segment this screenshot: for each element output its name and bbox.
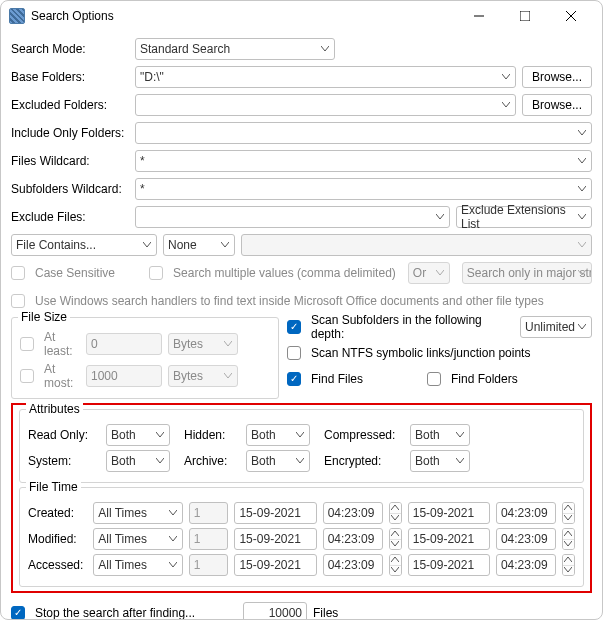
accessed-to-date[interactable]: 15-09-2021 bbox=[408, 554, 490, 576]
archive-select[interactable]: Both bbox=[246, 450, 310, 472]
scan-subfolders-label: Scan Subfolders in the following depth: bbox=[311, 313, 514, 341]
modified-to-spinner[interactable] bbox=[562, 528, 575, 550]
minimize-button[interactable] bbox=[456, 1, 502, 31]
at-least-unit-select[interactable]: Bytes bbox=[168, 333, 238, 355]
chevron-down-icon bbox=[221, 242, 229, 248]
created-label: Created: bbox=[28, 506, 87, 520]
chevron-down-icon bbox=[156, 432, 164, 438]
read-only-select[interactable]: Both bbox=[106, 424, 170, 446]
subfolders-wildcard-label: Subfolders Wildcard: bbox=[11, 182, 129, 196]
find-files-label: Find Files bbox=[311, 372, 421, 386]
titlebar: Search Options bbox=[1, 1, 602, 31]
chevron-down-icon bbox=[436, 214, 444, 220]
search-mode-select[interactable]: Standard Search bbox=[135, 38, 335, 60]
and-or-select[interactable]: Or bbox=[408, 262, 450, 284]
hidden-select[interactable]: Both bbox=[246, 424, 310, 446]
at-least-checkbox[interactable] bbox=[20, 337, 34, 351]
accessed-from-spinner[interactable] bbox=[389, 554, 402, 576]
modified-n-input[interactable]: 1 bbox=[189, 528, 229, 550]
chevron-down-icon bbox=[502, 102, 510, 108]
modified-from-spinner[interactable] bbox=[389, 528, 402, 550]
browse-base-button[interactable]: Browse... bbox=[522, 66, 592, 88]
window-title: Search Options bbox=[31, 9, 456, 23]
stop-after-checkbox[interactable] bbox=[11, 606, 25, 620]
created-from-spinner[interactable] bbox=[389, 502, 402, 524]
find-files-checkbox[interactable] bbox=[287, 372, 301, 386]
chevron-down-icon bbox=[578, 186, 586, 192]
case-sensitive-label: Case Sensitive bbox=[35, 266, 115, 280]
depth-select[interactable]: Unlimited bbox=[520, 316, 592, 338]
chevron-down-icon bbox=[456, 432, 464, 438]
file-contains-text-input[interactable] bbox=[241, 234, 592, 256]
chevron-down-icon bbox=[578, 242, 586, 248]
close-button[interactable] bbox=[548, 1, 594, 31]
modified-to-time[interactable]: 04:23:09 bbox=[496, 528, 556, 550]
excluded-folders-input[interactable] bbox=[135, 94, 516, 116]
case-sensitive-checkbox[interactable] bbox=[11, 266, 25, 280]
file-size-legend: File Size bbox=[18, 310, 70, 324]
at-most-input[interactable]: 1000 bbox=[86, 365, 162, 387]
highlight-box: Attributes Read Only: Both Hidden: Both … bbox=[11, 403, 592, 593]
modified-from-date[interactable]: 15-09-2021 bbox=[234, 528, 316, 550]
include-only-input[interactable] bbox=[135, 122, 592, 144]
encrypted-select[interactable]: Both bbox=[410, 450, 470, 472]
browse-excluded-button[interactable]: Browse... bbox=[522, 94, 592, 116]
find-folders-label: Find Folders bbox=[451, 372, 518, 386]
chevron-down-icon bbox=[578, 130, 586, 136]
created-from-date[interactable]: 15-09-2021 bbox=[234, 502, 316, 524]
exclude-files-input[interactable] bbox=[135, 206, 450, 228]
chevron-down-icon bbox=[578, 324, 586, 330]
at-most-unit-select[interactable]: Bytes bbox=[168, 365, 238, 387]
chevron-down-icon bbox=[296, 432, 304, 438]
files-wildcard-input[interactable]: * bbox=[135, 150, 592, 172]
base-folders-label: Base Folders: bbox=[11, 70, 129, 84]
multi-values-checkbox[interactable] bbox=[149, 266, 163, 280]
file-contains-mode-select[interactable]: None bbox=[163, 234, 235, 256]
at-least-label: At least: bbox=[44, 330, 80, 358]
include-only-label: Include Only Folders: bbox=[11, 126, 129, 140]
accessed-to-spinner[interactable] bbox=[562, 554, 575, 576]
accessed-from-date[interactable]: 15-09-2021 bbox=[234, 554, 316, 576]
created-mode-select[interactable]: All Times bbox=[93, 502, 183, 524]
chevron-down-icon bbox=[321, 46, 329, 52]
created-from-time[interactable]: 04:23:09 bbox=[323, 502, 383, 524]
modified-to-date[interactable]: 15-09-2021 bbox=[408, 528, 490, 550]
at-least-input[interactable]: 0 bbox=[86, 333, 162, 355]
created-to-time[interactable]: 04:23:09 bbox=[496, 502, 556, 524]
created-to-date[interactable]: 15-09-2021 bbox=[408, 502, 490, 524]
chevron-down-icon bbox=[143, 242, 151, 248]
created-n-input[interactable]: 1 bbox=[189, 502, 229, 524]
exclude-files-label: Exclude Files: bbox=[11, 210, 129, 224]
accessed-n-input[interactable]: 1 bbox=[189, 554, 229, 576]
scan-subfolders-checkbox[interactable] bbox=[287, 320, 301, 334]
system-label: System: bbox=[28, 454, 100, 468]
modified-mode-select[interactable]: All Times bbox=[93, 528, 183, 550]
subfolders-wildcard-input[interactable]: * bbox=[135, 178, 592, 200]
maximize-button[interactable] bbox=[502, 1, 548, 31]
compressed-select[interactable]: Both bbox=[410, 424, 470, 446]
system-select[interactable]: Both bbox=[106, 450, 170, 472]
base-folders-input[interactable]: "D:\" bbox=[135, 66, 516, 88]
chevron-down-icon bbox=[296, 458, 304, 464]
accessed-from-time[interactable]: 04:23:09 bbox=[323, 554, 383, 576]
chevron-down-icon bbox=[224, 341, 232, 347]
accessed-to-time[interactable]: 04:23:09 bbox=[496, 554, 556, 576]
hidden-label: Hidden: bbox=[184, 428, 240, 442]
chevron-down-icon bbox=[436, 270, 444, 276]
chevron-down-icon bbox=[456, 458, 464, 464]
major-streams-select[interactable]: Search only in major strea bbox=[462, 262, 592, 284]
chevron-down-icon bbox=[169, 536, 177, 542]
at-most-label: At most: bbox=[44, 362, 80, 390]
win-handlers-checkbox[interactable] bbox=[11, 294, 25, 308]
find-folders-checkbox[interactable] bbox=[427, 372, 441, 386]
modified-from-time[interactable]: 04:23:09 bbox=[323, 528, 383, 550]
file-contains-value: File Contains... bbox=[16, 238, 96, 252]
file-contains-select[interactable]: File Contains... bbox=[11, 234, 157, 256]
created-to-spinner[interactable] bbox=[562, 502, 575, 524]
exclude-type-select[interactable]: Exclude Extensions List bbox=[456, 206, 592, 228]
stop-after-input[interactable]: 10000 bbox=[243, 602, 307, 620]
chevron-down-icon bbox=[156, 458, 164, 464]
at-most-checkbox[interactable] bbox=[20, 369, 34, 383]
accessed-mode-select[interactable]: All Times bbox=[93, 554, 183, 576]
scan-ntfs-checkbox[interactable] bbox=[287, 346, 301, 360]
